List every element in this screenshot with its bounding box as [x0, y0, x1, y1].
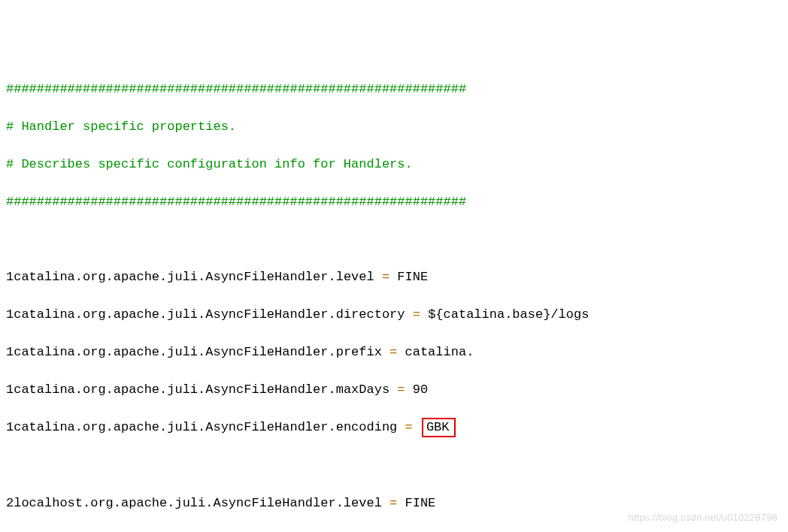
comment-hr: ########################################…: [6, 192, 782, 211]
equals: =: [397, 420, 420, 434]
prop-value: 90: [413, 382, 428, 397]
prop-line: 1catalina.org.apache.juli.AsyncFileHandl…: [6, 380, 782, 399]
prop-key: 1catalina.org.apache.juli.AsyncFileHandl…: [6, 270, 374, 284]
prop-value: FINE: [405, 496, 436, 510]
prop-value: catalina.: [405, 345, 474, 359]
prop-key: 1catalina.org.apache.juli.AsyncFileHandl…: [6, 307, 405, 322]
highlighted-value: GBK: [422, 418, 456, 437]
comment-hr: ########################################…: [6, 80, 782, 98]
prop-value: ${catalina.base}/logs: [428, 307, 589, 322]
prop-line: 1catalina.org.apache.juli.AsyncFileHandl…: [6, 343, 782, 361]
blank-line: [6, 230, 782, 249]
equals: =: [374, 270, 398, 284]
comment-line-2: # Describes specific configuration info …: [6, 155, 782, 174]
prop-key: 1catalina.org.apache.juli.AsyncFileHandl…: [6, 420, 397, 434]
prop-key: 2localhost.org.apache.juli.AsyncFileHand…: [6, 496, 382, 510]
equals: =: [405, 307, 429, 322]
equals: =: [389, 382, 413, 397]
equals: =: [382, 345, 405, 359]
prop-line: 1catalina.org.apache.juli.AsyncFileHandl…: [6, 418, 782, 437]
prop-line: 2localhost.org.apache.juli.AsyncFileHand…: [6, 494, 782, 512]
equals: =: [382, 496, 405, 510]
prop-key: 1catalina.org.apache.juli.AsyncFileHandl…: [6, 345, 382, 359]
prop-line: 1catalina.org.apache.juli.AsyncFileHandl…: [6, 305, 782, 324]
comment-line-1: # Handler specific properties.: [6, 117, 782, 136]
prop-key: 1catalina.org.apache.juli.AsyncFileHandl…: [6, 382, 389, 397]
blank-line: [6, 456, 782, 475]
prop-value: FINE: [397, 270, 428, 284]
prop-line: 1catalina.org.apache.juli.AsyncFileHandl…: [6, 268, 782, 286]
